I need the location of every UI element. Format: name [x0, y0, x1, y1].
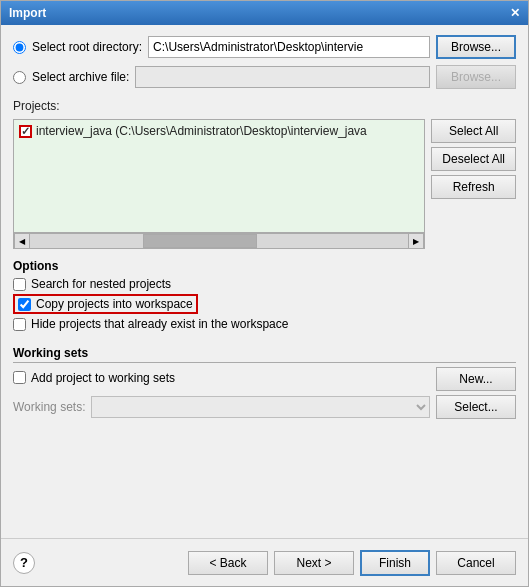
- import-dialog: Import ✕ Select root directory: Browse..…: [0, 0, 529, 587]
- deselect-all-button[interactable]: Deselect All: [431, 147, 516, 171]
- root-dir-radio[interactable]: [13, 41, 26, 54]
- refresh-button[interactable]: Refresh: [431, 175, 516, 199]
- projects-label: Projects:: [13, 99, 516, 113]
- projects-buttons: Select All Deselect All Refresh: [431, 119, 516, 249]
- copy-projects-checkbox[interactable]: [18, 298, 31, 311]
- finish-button[interactable]: Finish: [360, 550, 430, 576]
- dialog-footer: ? < Back Next > Finish Cancel: [1, 538, 528, 586]
- footer-buttons: < Back Next > Finish Cancel: [188, 550, 516, 576]
- dialog-content: Select root directory: Browse... Select …: [1, 25, 528, 538]
- working-sets-input-label: Working sets:: [13, 400, 85, 414]
- horizontal-scrollbar[interactable]: ◀ ▶: [13, 233, 425, 249]
- projects-area: ✓ interview_java (C:\Users\Administrator…: [13, 119, 516, 249]
- add-working-sets-checkbox-row: Add project to working sets: [13, 371, 430, 385]
- search-nested-label[interactable]: Search for nested projects: [31, 277, 171, 291]
- project-checkbox[interactable]: ✓: [19, 125, 32, 138]
- list-item[interactable]: ✓ interview_java (C:\Users\Administrator…: [16, 122, 422, 140]
- archive-label[interactable]: Select archive file:: [32, 70, 129, 84]
- root-dir-input[interactable]: [148, 36, 430, 58]
- hide-existing-checkbox[interactable]: [13, 318, 26, 331]
- working-sets-input-row: Working sets: Select...: [13, 395, 516, 419]
- scroll-left-button[interactable]: ◀: [14, 233, 30, 249]
- root-dir-row: Select root directory: Browse...: [13, 35, 516, 59]
- back-button[interactable]: < Back: [188, 551, 268, 575]
- hide-existing-row: Hide projects that already exist in the …: [13, 317, 516, 331]
- root-browse-button[interactable]: Browse...: [436, 35, 516, 59]
- copy-projects-label[interactable]: Copy projects into workspace: [36, 297, 193, 311]
- scroll-thumb[interactable]: [143, 234, 256, 248]
- new-working-set-button[interactable]: New...: [436, 367, 516, 391]
- search-nested-row: Search for nested projects: [13, 277, 516, 291]
- close-icon[interactable]: ✕: [510, 6, 520, 20]
- root-dir-label[interactable]: Select root directory:: [32, 40, 142, 54]
- dialog-title: Import: [9, 6, 46, 20]
- cancel-button[interactable]: Cancel: [436, 551, 516, 575]
- copy-projects-highlight: Copy projects into workspace: [13, 294, 198, 314]
- archive-input[interactable]: [135, 66, 430, 88]
- add-working-sets-row: Add project to working sets New...: [13, 367, 516, 391]
- project-item-text: interview_java (C:\Users\Administrator\D…: [36, 124, 367, 138]
- archive-radio[interactable]: [13, 71, 26, 84]
- add-working-sets-label[interactable]: Add project to working sets: [31, 371, 175, 385]
- options-title: Options: [13, 259, 516, 273]
- add-working-sets-checkbox[interactable]: [13, 371, 26, 384]
- copy-projects-row: Copy projects into workspace: [13, 294, 516, 314]
- search-nested-checkbox[interactable]: [13, 278, 26, 291]
- working-sets-title: Working sets: [13, 346, 516, 363]
- projects-list: ✓ interview_java (C:\Users\Administrator…: [13, 119, 425, 233]
- working-sets-dropdown[interactable]: [91, 396, 430, 418]
- archive-browse-button[interactable]: Browse...: [436, 65, 516, 89]
- hide-existing-label[interactable]: Hide projects that already exist in the …: [31, 317, 288, 331]
- options-section: Options Search for nested projects Copy …: [13, 259, 516, 334]
- select-working-set-button[interactable]: Select...: [436, 395, 516, 419]
- scroll-right-button[interactable]: ▶: [408, 233, 424, 249]
- working-sets-section: Working sets Add project to working sets…: [13, 346, 516, 419]
- select-all-button[interactable]: Select All: [431, 119, 516, 143]
- dialog-titlebar: Import ✕: [1, 1, 528, 25]
- archive-row: Select archive file: Browse...: [13, 65, 516, 89]
- scroll-track[interactable]: [30, 234, 408, 248]
- next-button[interactable]: Next >: [274, 551, 354, 575]
- help-button[interactable]: ?: [13, 552, 35, 574]
